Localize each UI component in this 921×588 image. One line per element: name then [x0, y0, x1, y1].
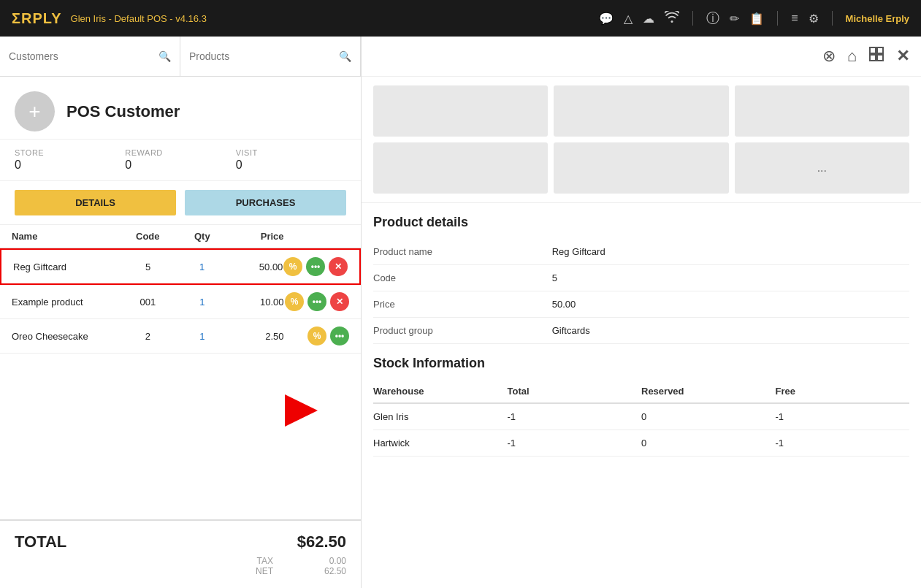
- more-button[interactable]: •••: [330, 327, 349, 345]
- header-icons: 💬 △ ☁ ⓘ ✏ 📋 ≡ ⚙ Michelle Erply: [599, 9, 909, 27]
- detail-value: 5: [552, 272, 909, 283]
- customers-search-box: 🔍: [0, 37, 180, 76]
- edit-icon[interactable]: ✏: [730, 12, 739, 26]
- layout-icon[interactable]: [868, 46, 884, 66]
- products-search-input[interactable]: [189, 50, 339, 62]
- product-image-3[interactable]: [735, 85, 909, 137]
- stats-row: STORE 0 REWARD 0 VISIT 0: [0, 140, 361, 181]
- net-row: NET 62.50: [15, 566, 346, 576]
- row-name: Reg Giftcard: [13, 261, 121, 272]
- message-icon[interactable]: 💬: [599, 12, 614, 26]
- stock-total: -1: [508, 411, 642, 422]
- left-panel: 🔍 🔍 + POS Customer STORE 0 REWARD: [0, 37, 362, 588]
- svg-rect-1: [877, 47, 883, 53]
- remove-button[interactable]: ✕: [329, 257, 348, 276]
- settings-icon[interactable]: ⚙: [809, 12, 819, 26]
- header-left: ΣRPLY Glen Iris - Default POS - v4.16.3: [12, 10, 207, 27]
- detail-label: Product name: [373, 246, 552, 257]
- wifi-icon[interactable]: [665, 11, 679, 26]
- stock-title: Stock Information: [373, 356, 909, 371]
- product-image-1[interactable]: [373, 85, 548, 137]
- more-button[interactable]: •••: [307, 292, 326, 311]
- store-value: 0: [15, 159, 125, 172]
- col-qty-header: Qty: [175, 231, 230, 242]
- store-stat: STORE 0: [15, 148, 125, 172]
- main-layout: 🔍 🔍 + POS Customer STORE 0 REWARD: [0, 37, 921, 588]
- table-row: Oreo Cheesecake 2 1 2.50 % •••: [0, 319, 361, 354]
- header-title: Glen Iris - Default POS - v4.16.3: [71, 13, 207, 24]
- header-divider-2: [777, 11, 778, 26]
- detail-row-price: Price 50.00: [373, 291, 909, 318]
- table-row: Example product 001 1 10.00 % ••• ✕: [0, 285, 361, 319]
- row-code: 001: [121, 297, 175, 308]
- row-price: 10.00: [229, 297, 284, 308]
- row-code: 2: [121, 331, 175, 342]
- customer-name: POS Customer: [66, 102, 180, 121]
- cart-footer: TOTAL $62.50 TAX 0.00 NET 62.50: [0, 519, 361, 588]
- product-image-2[interactable]: [554, 85, 728, 137]
- product-details-section: Product details Product name Reg Giftcar…: [362, 203, 921, 356]
- menu-icon[interactable]: ≡: [791, 12, 798, 25]
- discount-button[interactable]: %: [307, 327, 326, 345]
- row-qty[interactable]: 1: [175, 297, 230, 308]
- visit-value: 0: [236, 159, 346, 172]
- search-row: 🔍 🔍: [0, 37, 361, 77]
- detail-label: Price: [373, 299, 552, 310]
- alert-icon[interactable]: △: [624, 12, 633, 26]
- visit-stat: VISIT 0: [236, 148, 346, 172]
- header-divider-3: [832, 11, 833, 26]
- total-row: TOTAL $62.50: [15, 532, 346, 551]
- stock-col-warehouse: Warehouse: [373, 386, 508, 397]
- logo: ΣRPLY: [12, 10, 62, 27]
- row-price: 50.00: [229, 261, 283, 272]
- svg-rect-2: [870, 55, 876, 61]
- row-name: Example product: [12, 297, 121, 308]
- col-actions-header: [284, 231, 349, 242]
- app-container: ΣRPLY Glen Iris - Default POS - v4.16.3 …: [0, 0, 921, 588]
- products-search-icon[interactable]: 🔍: [339, 50, 351, 62]
- customers-search-input[interactable]: [9, 50, 158, 62]
- avatar: +: [15, 91, 55, 131]
- cloud-icon[interactable]: ☁: [643, 12, 654, 26]
- stock-table-header: Warehouse Total Reserved Free: [373, 380, 909, 404]
- row-qty[interactable]: 1: [175, 331, 230, 342]
- briefcase-icon[interactable]: 📋: [749, 12, 764, 26]
- details-button[interactable]: DETAILS: [15, 190, 176, 215]
- cart-table: Name Code Qty Price Reg Giftcard 5 1 50.…: [0, 225, 361, 519]
- product-image-5[interactable]: [554, 142, 728, 194]
- close-icon[interactable]: ✕: [896, 47, 909, 66]
- row-code: 5: [121, 261, 175, 272]
- home-icon[interactable]: ⌂: [847, 47, 857, 66]
- right-toolbar: ⊗ ⌂ ✕: [362, 37, 921, 77]
- products-search-box: 🔍: [180, 37, 361, 76]
- detail-row-code: Code 5: [373, 265, 909, 291]
- user-name: Michelle Erply: [846, 13, 909, 24]
- table-row: Reg Giftcard 5 1 50.00 % ••• ✕: [0, 248, 361, 285]
- remove-button[interactable]: ✕: [330, 292, 349, 311]
- row-qty[interactable]: 1: [175, 261, 229, 272]
- customers-search-icon[interactable]: 🔍: [158, 50, 171, 62]
- stock-row: Hartwick -1 0 -1: [373, 430, 909, 457]
- header: ΣRPLY Glen Iris - Default POS - v4.16.3 …: [0, 0, 921, 37]
- cancel-icon[interactable]: ⊗: [822, 47, 836, 66]
- discount-button[interactable]: %: [285, 292, 304, 311]
- row-name: Oreo Cheesecake: [12, 331, 121, 342]
- product-image-more[interactable]: ...: [735, 142, 909, 194]
- detail-row-name: Product name Reg Giftcard: [373, 239, 909, 265]
- discount-button[interactable]: %: [283, 257, 302, 276]
- stock-warehouse: Hartwick: [373, 438, 508, 448]
- more-button[interactable]: •••: [306, 257, 325, 276]
- svg-rect-3: [877, 55, 883, 61]
- stock-total: -1: [508, 438, 642, 448]
- product-image-4[interactable]: [373, 142, 548, 194]
- action-buttons: DETAILS PURCHASES: [0, 181, 361, 225]
- svg-rect-0: [870, 47, 876, 53]
- info-icon[interactable]: ⓘ: [706, 9, 719, 27]
- row-price: 2.50: [229, 331, 284, 342]
- stock-free: -1: [776, 411, 910, 422]
- row-actions: % ••• ✕: [283, 257, 348, 276]
- tax-value: 0.00: [302, 556, 346, 566]
- purchases-button[interactable]: PURCHASES: [185, 190, 346, 215]
- total-amount: $62.50: [297, 532, 346, 551]
- store-label: STORE: [15, 148, 125, 157]
